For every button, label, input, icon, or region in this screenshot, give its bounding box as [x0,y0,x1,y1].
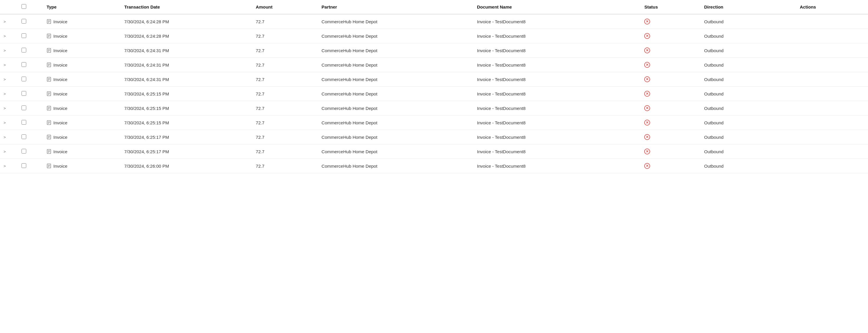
status-error-icon: ✕ [644,148,650,155]
status-error-icon: ✕ [644,134,650,140]
row-type-7: Invoice [43,115,121,130]
row-date-10: 7/30/2024, 6:26:00 PM [121,159,252,173]
row-direction-9: Outbound [701,144,796,159]
row-checkbox-9[interactable] [22,149,26,154]
row-partner-3: CommerceHub Home Depot [318,58,473,72]
row-document-name-7: Invoice - TestDocument8 [473,115,641,130]
row-checkbox-cell-4 [18,72,43,87]
row-expand-8[interactable]: > [0,130,18,144]
row-date-4: 7/30/2024, 6:24:31 PM [121,72,252,87]
chevron-right-icon: > [3,135,6,139]
invoice-icon [46,135,51,139]
row-expand-4[interactable]: > [0,72,18,87]
row-partner-2: CommerceHub Home Depot [318,43,473,58]
status-error-icon: ✕ [644,33,650,39]
table-row: > Invoice 7/30 [0,144,868,159]
row-checkbox-10[interactable] [22,163,26,168]
row-status-1: ✕ [641,29,701,43]
row-type-2: Invoice [43,43,121,58]
checkbox-column-header [18,0,43,14]
invoice-icon [46,19,51,24]
invoice-icon [46,63,51,67]
row-type-label-6: Invoice [53,106,67,111]
row-expand-6[interactable]: > [0,101,18,115]
table-row: > Invoice 7/30 [0,101,868,115]
table-row: > Invoice 7/30 [0,58,868,72]
row-amount-5: 72.7 [252,87,318,101]
row-expand-2[interactable]: > [0,43,18,58]
row-partner-6: CommerceHub Home Depot [318,101,473,115]
row-amount-6: 72.7 [252,101,318,115]
status-error-icon: ✕ [644,47,650,53]
table-row: > Invoice 7/30 [0,14,868,29]
row-direction-10: Outbound [701,159,796,173]
select-all-checkbox[interactable] [22,4,26,9]
row-expand-10[interactable]: > [0,159,18,173]
row-amount-8: 72.7 [252,130,318,144]
row-checkbox-cell-7 [18,115,43,130]
row-type-6: Invoice [43,101,121,115]
row-date-5: 7/30/2024, 6:25:15 PM [121,87,252,101]
row-amount-10: 72.7 [252,159,318,173]
row-document-name-2: Invoice - TestDocument8 [473,43,641,58]
row-direction-1: Outbound [701,29,796,43]
row-checkbox-1[interactable] [22,33,26,38]
row-document-name-3: Invoice - TestDocument8 [473,58,641,72]
row-date-2: 7/30/2024, 6:24:31 PM [121,43,252,58]
row-direction-0: Outbound [701,14,796,29]
row-amount-1: 72.7 [252,29,318,43]
row-expand-5[interactable]: > [0,87,18,101]
chevron-right-icon: > [3,34,6,38]
row-actions-1 [796,29,868,43]
row-expand-9[interactable]: > [0,144,18,159]
table-row: > Invoice 7/30 [0,87,868,101]
row-type-label-0: Invoice [53,19,67,24]
row-checkbox-3[interactable] [22,62,26,67]
invoice-icon [46,149,51,154]
row-status-3: ✕ [641,58,701,72]
row-checkbox-cell-6 [18,101,43,115]
row-document-name-10: Invoice - TestDocument8 [473,159,641,173]
row-status-9: ✕ [641,144,701,159]
row-type-3: Invoice [43,58,121,72]
expand-column-header [0,0,18,14]
row-direction-5: Outbound [701,87,796,101]
row-type-label-3: Invoice [53,63,67,67]
row-checkbox-6[interactable] [22,105,26,110]
row-partner-0: CommerceHub Home Depot [318,14,473,29]
row-expand-1[interactable]: > [0,29,18,43]
row-type-label-4: Invoice [53,77,67,82]
row-checkbox-4[interactable] [22,77,26,81]
row-amount-9: 72.7 [252,144,318,159]
status-error-icon: ✕ [644,62,650,68]
row-checkbox-2[interactable] [22,48,26,53]
row-type-9: Invoice [43,144,121,159]
row-checkbox-5[interactable] [22,91,26,96]
row-expand-0[interactable]: > [0,14,18,29]
row-date-7: 7/30/2024, 6:25:15 PM [121,115,252,130]
row-direction-8: Outbound [701,130,796,144]
row-status-2: ✕ [641,43,701,58]
row-type-label-1: Invoice [53,34,67,39]
row-expand-7[interactable]: > [0,115,18,130]
row-partner-7: CommerceHub Home Depot [318,115,473,130]
row-amount-7: 72.7 [252,115,318,130]
row-status-0: ✕ [641,14,701,29]
row-checkbox-7[interactable] [22,120,26,125]
row-actions-7 [796,115,868,130]
row-document-name-1: Invoice - TestDocument8 [473,29,641,43]
row-expand-3[interactable]: > [0,58,18,72]
row-partner-10: CommerceHub Home Depot [318,159,473,173]
row-document-name-8: Invoice - TestDocument8 [473,130,641,144]
row-checkbox-0[interactable] [22,19,26,24]
table-row: > Invoice 7/30 [0,130,868,144]
row-amount-3: 72.7 [252,58,318,72]
row-checkbox-cell-1 [18,29,43,43]
row-date-1: 7/30/2024, 6:24:28 PM [121,29,252,43]
row-type-label-5: Invoice [53,91,67,96]
invoice-icon [46,77,51,81]
actions-column-header: Actions [796,0,868,14]
row-checkbox-8[interactable] [22,134,26,139]
row-document-name-6: Invoice - TestDocument8 [473,101,641,115]
row-checkbox-cell-0 [18,14,43,29]
